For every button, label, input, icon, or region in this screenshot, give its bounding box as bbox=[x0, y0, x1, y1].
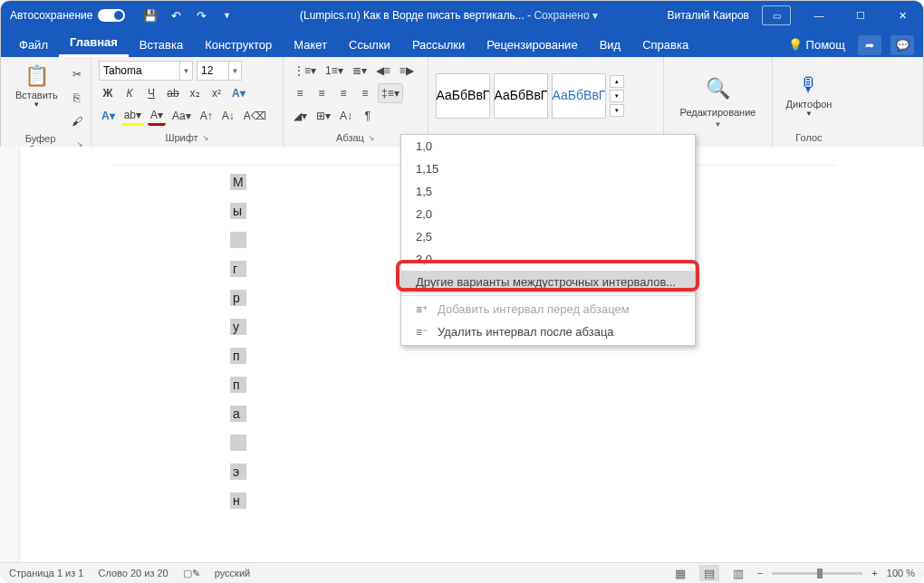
increase-indent-icon[interactable]: ≡▶ bbox=[397, 61, 417, 81]
remove-space-after-icon: ≡⁻ bbox=[416, 326, 430, 339]
redo-icon[interactable]: ↷ bbox=[194, 8, 208, 23]
align-right-icon[interactable]: ≡ bbox=[334, 83, 352, 103]
zoom-in-icon[interactable]: + bbox=[871, 568, 877, 578]
user-name[interactable]: Виталий Каиров bbox=[654, 9, 762, 22]
sort-icon[interactable]: A↓ bbox=[337, 106, 355, 126]
tab-help[interactable]: Справка bbox=[631, 33, 699, 57]
line-spacing-menu: 1,0 1,15 1,5 2,0 2,5 3,0 Другие варианты… bbox=[400, 134, 696, 346]
highlight-icon[interactable]: ab▾ bbox=[121, 106, 144, 126]
shrink-font-icon[interactable]: A↓ bbox=[219, 106, 237, 126]
text-effects-icon[interactable]: A▾ bbox=[229, 83, 248, 103]
clear-format-icon[interactable]: A⌫ bbox=[241, 106, 269, 126]
change-case-icon[interactable]: Aa▾ bbox=[169, 106, 194, 126]
styles-down-icon[interactable]: ▾ bbox=[610, 90, 624, 102]
line-spacing-1-0[interactable]: 1,0 bbox=[401, 135, 695, 158]
web-layout-icon[interactable]: ▥ bbox=[728, 565, 748, 581]
font-color2-icon[interactable]: A▾ bbox=[148, 106, 166, 126]
align-left-icon[interactable]: ≡ bbox=[291, 83, 309, 103]
multilevel-icon[interactable]: ≣▾ bbox=[350, 61, 370, 81]
underline-button[interactable]: Ч bbox=[142, 83, 160, 103]
align-center-icon[interactable]: ≡ bbox=[313, 83, 331, 103]
word-count[interactable]: Слово 20 из 20 bbox=[98, 568, 168, 578]
tab-home[interactable]: Главная bbox=[59, 30, 129, 57]
bullets-icon[interactable]: ⋮≡▾ bbox=[291, 61, 319, 81]
shading-icon[interactable]: ◢▾ bbox=[291, 106, 310, 126]
tab-design[interactable]: Конструктор bbox=[194, 33, 283, 57]
font-name-dropdown-icon[interactable]: ▼ bbox=[180, 61, 193, 81]
autosave-toggle[interactable] bbox=[98, 9, 125, 22]
editing-label[interactable]: Редактирование bbox=[680, 107, 756, 118]
comments-button[interactable]: 💬 bbox=[890, 35, 914, 55]
close-button[interactable]: ✕ bbox=[881, 1, 923, 30]
numbering-icon[interactable]: 1≡▾ bbox=[322, 61, 346, 81]
selected-text[interactable]: Мы группа эн bbox=[230, 174, 246, 521]
copy-icon[interactable]: ⎘ bbox=[68, 88, 86, 108]
styles-more-icon[interactable]: ▾ bbox=[610, 104, 624, 117]
font-size-dropdown-icon[interactable]: ▼ bbox=[229, 61, 242, 81]
language-status[interactable]: русский bbox=[215, 568, 250, 578]
justify-icon[interactable]: ≡ bbox=[356, 83, 374, 103]
style-heading1[interactable]: АаБбВвГ bbox=[552, 73, 606, 119]
spellcheck-icon[interactable]: ▢✎ bbox=[183, 568, 200, 579]
dictate-button[interactable]: 🎙 Диктофон ▼ bbox=[779, 70, 840, 121]
format-painter-icon[interactable]: 🖌 bbox=[68, 111, 86, 131]
add-space-before-icon: ≡⁺ bbox=[416, 303, 430, 316]
microphone-icon: 🎙 bbox=[799, 73, 819, 97]
find-icon[interactable]: 🔍 bbox=[698, 73, 737, 104]
paste-button[interactable]: 📋 Вставить ▼ bbox=[8, 61, 65, 112]
share-button[interactable]: ➦ bbox=[858, 35, 881, 55]
bold-button[interactable]: Ж bbox=[99, 83, 117, 103]
tab-view[interactable]: Вид bbox=[589, 33, 632, 57]
borders-icon[interactable]: ⊞▾ bbox=[313, 106, 333, 126]
line-spacing-3-0[interactable]: 3,0 bbox=[401, 248, 695, 271]
subscript-button[interactable]: x₂ bbox=[186, 83, 204, 103]
tab-layout[interactable]: Макет bbox=[283, 33, 338, 57]
print-layout-icon[interactable]: ▤ bbox=[699, 565, 719, 581]
tab-references[interactable]: Ссылки bbox=[338, 33, 401, 57]
line-spacing-2-5[interactable]: 2,5 bbox=[401, 225, 695, 248]
save-icon[interactable]: 💾 bbox=[143, 8, 158, 23]
italic-button[interactable]: К bbox=[120, 83, 139, 103]
qat-more-icon[interactable]: ▼ bbox=[219, 8, 234, 23]
styles-up-icon[interactable]: ▴ bbox=[610, 75, 624, 88]
maximize-button[interactable]: ☐ bbox=[840, 1, 881, 30]
line-spacing-1-15[interactable]: 1,15 bbox=[401, 158, 695, 180]
page-status[interactable]: Страница 1 из 1 bbox=[9, 568, 83, 578]
zoom-level[interactable]: 100 % bbox=[887, 568, 915, 578]
cut-icon[interactable]: ✂ bbox=[68, 64, 86, 84]
font-color-icon[interactable]: A▾ bbox=[99, 106, 118, 126]
vertical-ruler bbox=[0, 147, 20, 562]
tab-file[interactable]: Файл bbox=[8, 33, 59, 57]
font-dialog-icon[interactable]: ↘ bbox=[202, 133, 209, 142]
grow-font-icon[interactable]: A↑ bbox=[197, 106, 216, 126]
remove-space-after[interactable]: ≡⁻ Удалить интервал после абзаца bbox=[401, 320, 695, 343]
line-spacing-options[interactable]: Другие варианты междустрочных интервалов… bbox=[401, 271, 695, 293]
font-size-input[interactable] bbox=[197, 61, 229, 81]
focus-view-icon[interactable]: ▦ bbox=[670, 565, 690, 581]
zoom-out-icon[interactable]: − bbox=[757, 568, 763, 578]
undo-icon[interactable]: ↶ bbox=[168, 8, 183, 23]
tab-review[interactable]: Рецензирование bbox=[476, 33, 588, 57]
paragraph-dialog-icon[interactable]: ↘ bbox=[368, 133, 375, 142]
titlebar: Автосохранение 💾 ↶ ↷ ▼ (Lumpics.ru) Как … bbox=[1, 1, 923, 30]
line-spacing-2-0[interactable]: 2,0 bbox=[401, 203, 695, 225]
clipboard-icon: 📋 bbox=[24, 64, 49, 88]
ribbon-tabs: Файл Главная Вставка Конструктор Макет С… bbox=[1, 30, 923, 57]
tab-mailings[interactable]: Рассылки bbox=[401, 33, 476, 57]
strikethrough-button[interactable]: ab bbox=[164, 83, 182, 103]
minimize-button[interactable]: — bbox=[798, 1, 840, 30]
superscript-button[interactable]: x² bbox=[207, 83, 226, 103]
tab-insert[interactable]: Вставка bbox=[129, 33, 194, 57]
tell-me[interactable]: 💡 Помощ bbox=[784, 33, 849, 57]
statusbar: Страница 1 из 1 Слово 20 из 20 ▢✎ русски… bbox=[0, 562, 924, 583]
add-space-before[interactable]: ≡⁺ Добавить интервал перед абзацем bbox=[401, 298, 695, 320]
line-spacing-button[interactable]: ‡≡▾ bbox=[378, 83, 403, 103]
font-name-input[interactable] bbox=[99, 61, 180, 81]
zoom-slider[interactable] bbox=[772, 572, 862, 575]
line-spacing-1-5[interactable]: 1,5 bbox=[401, 180, 695, 203]
show-marks-icon[interactable]: ¶ bbox=[359, 106, 377, 126]
ribbon-display-options-icon[interactable]: ▭ bbox=[762, 5, 791, 25]
style-normal[interactable]: АаБбВвГ bbox=[436, 73, 490, 119]
style-no-spacing[interactable]: АаБбВвГ bbox=[494, 73, 548, 119]
decrease-indent-icon[interactable]: ◀≡ bbox=[373, 61, 393, 81]
